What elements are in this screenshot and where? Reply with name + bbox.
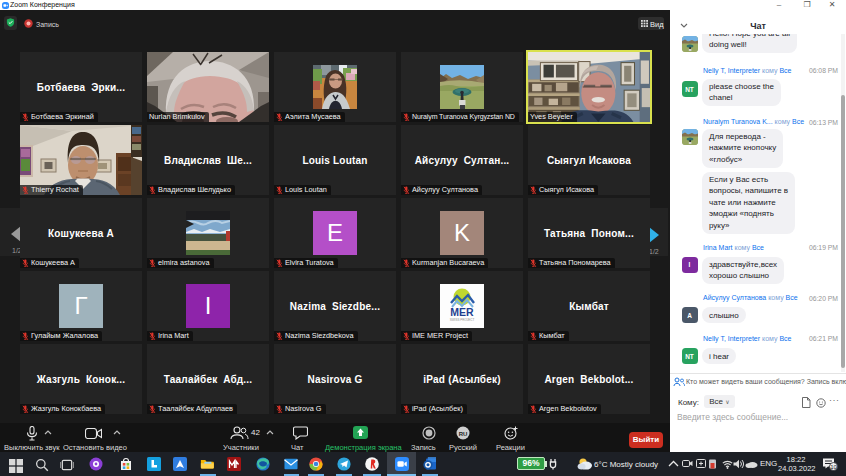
svg-text:RU: RU xyxy=(459,431,468,437)
svg-text:MER: MER xyxy=(450,306,474,318)
svg-text:SWISS PROJECT: SWISS PROJECT xyxy=(450,318,475,322)
svg-text:10: 10 xyxy=(830,464,837,470)
